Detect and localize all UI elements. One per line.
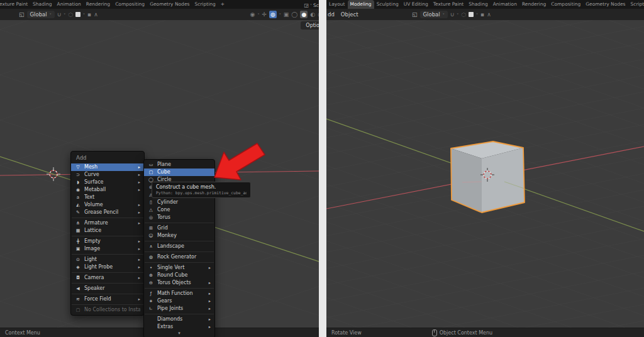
- shading-wireframe-icon[interactable]: ◯: [291, 12, 297, 18]
- menu-item-force-field[interactable]: ≋Force Field▸: [71, 296, 144, 303]
- menu-item-light[interactable]: ⊙Light▸: [71, 256, 144, 263]
- menu-item-label: Monkey: [157, 232, 211, 240]
- blender-window-right: LayoutModelingSculptingUV EditingTexture…: [326, 0, 644, 337]
- menu-item-pipe-joints[interactable]: ∟Pipe Joints▸: [144, 305, 214, 312]
- tab-plus[interactable]: +: [218, 0, 227, 9]
- cube-object[interactable]: [451, 141, 525, 213]
- submenu-arrow-icon: ▸: [138, 163, 140, 171]
- menu-item-curve[interactable]: ⊃Curve▸: [71, 171, 144, 179]
- tab-modeling[interactable]: Modeling: [348, 0, 374, 9]
- math-function-icon: ƒ: [148, 290, 154, 297]
- menu-item-torus[interactable]: ◎Torus: [144, 214, 214, 221]
- shading-material-icon[interactable]: ◐: [310, 12, 315, 18]
- snap-magnet-icon[interactable]: ∪: [57, 12, 62, 18]
- scroll-down-icon[interactable]: ▾: [144, 331, 214, 336]
- tab-shading[interactable]: Shading: [30, 0, 54, 9]
- menu-item-grease-pencil[interactable]: ✎Grease Pencil▸: [71, 209, 144, 216]
- tab-rendering[interactable]: Rendering: [84, 0, 113, 9]
- menu-item-label: Torus Objects: [157, 279, 206, 287]
- mouse-icon: [432, 329, 437, 336]
- falloff-curve-icon[interactable]: ∧: [94, 12, 98, 18]
- snap-magnet-icon[interactable]: ∪: [450, 12, 455, 18]
- menu-item-extras[interactable]: Extras▸: [144, 323, 214, 331]
- viewport-scene-right: [326, 20, 644, 328]
- tab-animation[interactable]: Animation: [55, 0, 84, 9]
- tab-texture-paint[interactable]: Texture Paint: [431, 0, 466, 9]
- object-visibility-icon[interactable]: ◉: [250, 12, 255, 18]
- tab-sculpting[interactable]: Sculpting: [374, 0, 401, 9]
- tab-compositing[interactable]: Compositing: [548, 0, 583, 9]
- menu-item-lattice[interactable]: ▦Lattice: [71, 227, 144, 235]
- tab-uv-editing[interactable]: UV Editing: [401, 0, 431, 9]
- menu-item-round-cube[interactable]: ⊕Round Cube: [144, 272, 214, 279]
- transform-orientation-dropdown[interactable]: Global ˅: [420, 11, 448, 18]
- submenu-arrow-icon: ▸: [209, 297, 211, 305]
- 3d-viewport-right[interactable]: [326, 20, 644, 328]
- tab-animation[interactable]: Animation: [491, 0, 519, 9]
- falloff-curve-icon[interactable]: ∧: [487, 12, 491, 18]
- proportional-editing-icon[interactable]: ◌: [68, 12, 73, 18]
- menu-item-surface[interactable]: ◗Surface▸: [71, 179, 144, 186]
- proportional-editing-icon[interactable]: ◌: [461, 12, 466, 18]
- menu-item-armature[interactable]: ⋔Armature▸: [71, 219, 144, 227]
- menu-item-torus-objects[interactable]: ⊖Torus Objects▸: [144, 279, 214, 287]
- tab-geometry-nodes[interactable]: Geometry Nodes: [147, 0, 192, 9]
- menu-item-camera[interactable]: ◘Camera▸: [71, 274, 144, 282]
- submenu-arrow-icon: ▸: [138, 209, 140, 216]
- menu-item-mesh[interactable]: ▽Mesh▸: [71, 163, 144, 171]
- tab-geometry-nodes[interactable]: Geometry Nodes: [583, 0, 628, 9]
- speaker-icon: ◀: [75, 285, 81, 292]
- tab-layout[interactable]: Layout: [326, 0, 348, 9]
- overlays-toggle[interactable]: ◍: [269, 11, 277, 18]
- options-dropdown[interactable]: Optio: [301, 21, 319, 30]
- menu-item-plane[interactable]: ▭Plane: [144, 161, 214, 168]
- menu-item-grid[interactable]: ⊞Grid: [144, 224, 214, 232]
- menu-item-speaker[interactable]: ◀Speaker: [71, 285, 144, 292]
- menu-item-cone[interactable]: △Cone: [144, 206, 214, 214]
- object-menu-button[interactable]: Object: [338, 11, 362, 18]
- menu-item-metaball[interactable]: ◉Metaball▸: [71, 186, 144, 194]
- menu-item-light-probe[interactable]: ◈Light Probe▸: [71, 263, 144, 271]
- tab-exture-paint[interactable]: exture Paint: [0, 0, 30, 9]
- scene-selector[interactable]: ◲ ˅ Sc: [302, 3, 319, 9]
- shading-solid-toggle[interactable]: ●: [300, 11, 308, 18]
- prop-connected-icon[interactable]: ▪: [87, 12, 91, 18]
- menu-item-text[interactable]: aText: [71, 194, 144, 201]
- menu-item-no-collections-to-instance[interactable]: ▢No Collections to Instance: [71, 306, 144, 314]
- xray-toggle-icon[interactable]: ▣: [284, 12, 289, 18]
- menu-item-empty[interactable]: ╋Empty▸: [71, 238, 144, 245]
- menu-item-label: Rock Generator: [157, 253, 211, 261]
- metaball-icon: ◉: [75, 186, 81, 194]
- menu-item-gears[interactable]: ∗Gears▸: [144, 297, 214, 305]
- shading-rendered-icon[interactable]: ◑: [318, 12, 319, 18]
- menu-item-monkey[interactable]: ☺Monkey: [144, 232, 214, 240]
- menu-item-label: Empty: [84, 238, 135, 245]
- transform-orientation-dropdown[interactable]: Global ˅: [27, 11, 55, 18]
- menu-item-label: Camera: [84, 274, 135, 282]
- menu-item-rock-generator[interactable]: ◍Rock Generator: [144, 253, 214, 261]
- tab-scripting[interactable]: Scripting: [628, 0, 644, 9]
- tab-scripting[interactable]: Scripting: [192, 0, 218, 9]
- tooltip: Construct a cube mesh. Python: bpy.ops.m…: [152, 182, 251, 198]
- menu-item-volume[interactable]: ◭Volume▸: [71, 201, 144, 209]
- menu-item-single-vert[interactable]: •Single Vert▸: [144, 264, 214, 272]
- tab-rendering[interactable]: Rendering: [519, 0, 548, 9]
- falloff-swatch[interactable]: [469, 12, 474, 17]
- submenu-arrow-icon: ▸: [138, 245, 140, 253]
- prop-connected-icon[interactable]: ▪: [480, 12, 484, 18]
- menu-item-math-function[interactable]: ƒMath Function▸: [144, 290, 214, 297]
- add-menu-button[interactable]: dd: [326, 11, 338, 18]
- tab-compositing[interactable]: Compositing: [113, 0, 147, 9]
- menu-item-landscape[interactable]: ∧Landscape: [144, 243, 214, 250]
- status-text-context: Object Context Menu: [440, 330, 492, 336]
- viewport-header-left: ◱ Global ˅ ∪ ˅ ◌ ˅ ▪ ∧ ◉ ˅ ✛ ◍ ˅ ▣ ◯ ●: [0, 9, 319, 20]
- tab-shading[interactable]: Shading: [466, 0, 490, 9]
- gizmos-toggle-icon[interactable]: ✛: [262, 12, 267, 18]
- menu-item-image[interactable]: ▣Image▸: [71, 245, 144, 253]
- submenu-arrow-icon: ▸: [138, 296, 140, 303]
- falloff-swatch[interactable]: [75, 12, 80, 17]
- menu-item-diamonds[interactable]: Diamonds▸: [144, 316, 214, 323]
- menu-item-cube[interactable]: ▢Cube: [144, 168, 214, 176]
- chevron-down-icon: ˅: [443, 13, 445, 17]
- menu-item-cylinder[interactable]: ▯Cylinder: [144, 199, 214, 206]
